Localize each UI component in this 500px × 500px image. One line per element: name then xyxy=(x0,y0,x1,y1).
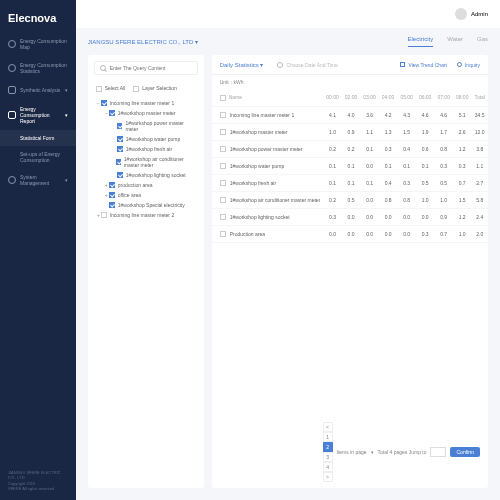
datetime-picker[interactable]: Choose Date And Time xyxy=(277,62,337,68)
cell: 0.0 xyxy=(323,225,342,242)
select-all[interactable]: Select All xyxy=(96,85,126,92)
table-row: Incoming line master meter 14.14.03.64.2… xyxy=(212,106,488,123)
tree-item[interactable]: 1#workshop lighting socket xyxy=(96,170,196,180)
tree-label: 1#workshop lighting socket xyxy=(126,172,186,178)
checkbox[interactable] xyxy=(109,192,115,198)
cell: 0.0 xyxy=(397,208,416,225)
layer-selection[interactable]: Layer Selection xyxy=(133,85,176,92)
nav-synth[interactable]: Synthetic Analysis▾ xyxy=(0,80,76,100)
col-header: 03:00 xyxy=(360,89,379,106)
col-header: 02:00 xyxy=(342,89,361,106)
crumb-row: JIANGSU SFERE ELECTRIC CO., LTD ▾ Electr… xyxy=(76,28,500,55)
confirm-button[interactable]: Confirm xyxy=(450,447,480,457)
checkbox[interactable] xyxy=(220,112,226,118)
row-name: 1#workshop water pump xyxy=(230,163,284,169)
cell: 1.2 xyxy=(453,208,472,225)
checkbox[interactable] xyxy=(109,110,115,116)
search-icon xyxy=(100,65,106,71)
report-icon xyxy=(8,111,16,119)
cell: 2.0 xyxy=(471,225,488,242)
stats-icon xyxy=(8,64,16,72)
checkbox[interactable] xyxy=(220,180,226,186)
checkbox[interactable] xyxy=(220,129,226,135)
cell: 1.1 xyxy=(360,123,379,140)
tab-gas[interactable]: Gas xyxy=(477,36,488,47)
checkbox[interactable] xyxy=(220,95,226,101)
checkbox[interactable] xyxy=(117,136,123,142)
row-name: Incoming line master meter 1 xyxy=(230,112,294,118)
search-input[interactable] xyxy=(110,65,192,71)
nav-report[interactable]: Energy Consumption Report▾ xyxy=(0,100,76,130)
nav-system[interactable]: System Management▾ xyxy=(0,168,76,192)
page-button[interactable]: < xyxy=(323,422,333,432)
sub-statistical-form[interactable]: Statistical Form xyxy=(0,130,76,146)
page-button[interactable]: 3 xyxy=(323,452,333,462)
col-header: 00:00 xyxy=(323,89,342,106)
tree-item[interactable]: 1#workshop fresh air xyxy=(96,144,196,154)
chevron-down-icon: ▾ xyxy=(65,177,68,183)
page-button[interactable]: 4 xyxy=(323,462,333,472)
tree-item[interactable]: 1#workshop air conditioner master meter xyxy=(96,154,196,170)
page-button[interactable]: > xyxy=(323,472,333,482)
sub-setups[interactable]: Set-ups of Energy Consumption xyxy=(0,146,76,168)
cell: 0.1 xyxy=(416,157,435,174)
checkbox[interactable] xyxy=(101,100,107,106)
cell: 0.2 xyxy=(342,140,361,157)
cell: 0.6 xyxy=(416,140,435,157)
checkbox[interactable] xyxy=(109,182,115,188)
cell: 0.1 xyxy=(323,157,342,174)
search-box[interactable] xyxy=(94,61,198,75)
tree-label: 1#workshop power master meter xyxy=(125,120,195,132)
col-header: 05:00 xyxy=(397,89,416,106)
cell: 0.8 xyxy=(397,191,416,208)
cell: 5.1 xyxy=(453,106,472,123)
tree-item[interactable]: +office area xyxy=(96,190,196,200)
total-label: Total 4 pages Jump to xyxy=(378,449,427,455)
tree-item[interactable]: 1#workshop Special electricity xyxy=(96,200,196,210)
tree-item[interactable]: 1#workshop water pump xyxy=(96,134,196,144)
cell: 0.1 xyxy=(379,157,398,174)
checkbox[interactable] xyxy=(101,212,107,218)
tree-item[interactable]: –1#workshop master meter xyxy=(96,108,196,118)
checkbox[interactable] xyxy=(220,231,226,237)
nav-energy-map[interactable]: Energy Consumption Map xyxy=(0,32,76,56)
page-button[interactable]: 1 xyxy=(323,432,333,442)
table-row: 1#workshop air conditioner master meter0… xyxy=(212,191,488,208)
checkbox[interactable] xyxy=(220,163,226,169)
col-header: 07:00 xyxy=(434,89,453,106)
avatar[interactable] xyxy=(455,8,467,20)
tree-item[interactable]: –Incoming line master meter 1 xyxy=(96,98,196,108)
system-icon xyxy=(8,176,16,184)
tab-water[interactable]: Water xyxy=(447,36,463,47)
view-trend-button[interactable]: View Trend Chart xyxy=(400,62,447,68)
checkbox[interactable] xyxy=(117,172,123,178)
username[interactable]: Admin xyxy=(471,11,488,17)
tree-item[interactable]: +Incoming line master meter 2 xyxy=(96,210,196,220)
nav-energy-stats[interactable]: Energy Consumption Statistics xyxy=(0,56,76,80)
cell: 0.0 xyxy=(360,157,379,174)
table-row: 1#workshop power master meter0.20.20.10.… xyxy=(212,140,488,157)
period-select[interactable]: Daily Statistics ▾ xyxy=(220,61,264,68)
cell: 0.0 xyxy=(379,225,398,242)
inquiry-button[interactable]: Inquiry xyxy=(457,62,480,68)
tree-label: production area xyxy=(118,182,153,188)
cell: 0.4 xyxy=(397,140,416,157)
row-name: 1#workshop power master meter xyxy=(230,146,303,152)
checkbox[interactable] xyxy=(220,146,226,152)
checkbox[interactable] xyxy=(117,146,123,152)
checkbox[interactable] xyxy=(220,197,226,203)
breadcrumb[interactable]: JIANGSU SFERE ELECTRIC CO., LTD ▾ xyxy=(88,38,198,45)
tree-item[interactable]: 1#workshop power master meter xyxy=(96,118,196,134)
cell: 0.3 xyxy=(323,208,342,225)
checkbox[interactable] xyxy=(117,123,123,129)
page-button[interactable]: 2 xyxy=(323,442,333,452)
items-label: Items in page xyxy=(337,449,367,455)
cell: 0.8 xyxy=(434,140,453,157)
tree-item[interactable]: +production area xyxy=(96,180,196,190)
checkbox[interactable] xyxy=(109,202,115,208)
checkbox[interactable] xyxy=(116,159,121,165)
jump-input[interactable] xyxy=(430,447,446,457)
cell: 1.5 xyxy=(397,123,416,140)
checkbox[interactable] xyxy=(220,214,226,220)
tab-electricity[interactable]: Electricity xyxy=(408,36,434,47)
